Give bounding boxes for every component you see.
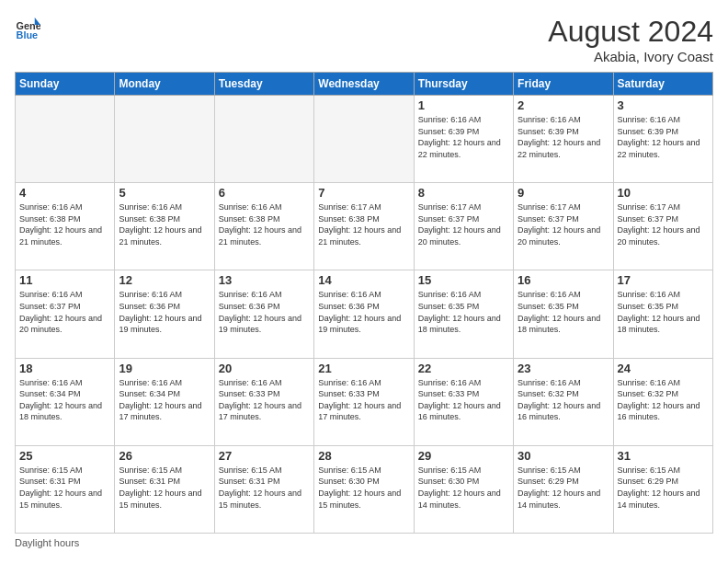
calendar-header-sunday: Sunday: [16, 73, 115, 96]
day-number: 5: [119, 186, 210, 200]
day-number: 13: [219, 273, 310, 287]
calendar-cell: 18Sunrise: 6:16 AMSunset: 6:34 PMDayligh…: [16, 358, 115, 445]
calendar-cell: 10Sunrise: 6:17 AMSunset: 6:37 PMDayligh…: [613, 183, 712, 270]
calendar-cell: 15Sunrise: 6:16 AMSunset: 6:35 PMDayligh…: [414, 270, 513, 358]
day-info: Sunrise: 6:15 AMSunset: 6:31 PMDaylight:…: [119, 465, 210, 511]
calendar-cell: 29Sunrise: 6:15 AMSunset: 6:30 PMDayligh…: [414, 445, 513, 533]
calendar-cell: 28Sunrise: 6:15 AMSunset: 6:30 PMDayligh…: [314, 445, 414, 533]
calendar-table: SundayMondayTuesdayWednesdayThursdayFrid…: [15, 72, 713, 534]
calendar-cell: 25Sunrise: 6:15 AMSunset: 6:31 PMDayligh…: [16, 445, 115, 533]
day-number: 30: [518, 449, 609, 463]
day-number: 20: [219, 362, 310, 375]
day-info: Sunrise: 6:16 AMSunset: 6:38 PMDaylight:…: [119, 201, 210, 247]
day-info: Sunrise: 6:15 AMSunset: 6:31 PMDaylight:…: [19, 465, 110, 511]
day-number: 7: [318, 186, 409, 200]
day-info: Sunrise: 6:16 AMSunset: 6:39 PMDaylight:…: [418, 114, 509, 160]
calendar-header-thursday: Thursday: [414, 73, 513, 96]
calendar-cell: 9Sunrise: 6:17 AMSunset: 6:37 PMDaylight…: [514, 183, 613, 270]
svg-text:Blue: Blue: [17, 29, 39, 40]
day-info: Sunrise: 6:15 AMSunset: 6:30 PMDaylight:…: [418, 465, 509, 511]
day-info: Sunrise: 6:16 AMSunset: 6:36 PMDaylight:…: [119, 289, 210, 335]
calendar-cell: 21Sunrise: 6:16 AMSunset: 6:33 PMDayligh…: [314, 358, 414, 445]
header: General Blue August 2024 Akabia, Ivory C…: [15, 15, 713, 64]
day-number: 6: [219, 186, 310, 200]
day-info: Sunrise: 6:17 AMSunset: 6:37 PMDaylight:…: [618, 201, 709, 247]
day-info: Sunrise: 6:16 AMSunset: 6:36 PMDaylight:…: [219, 289, 310, 335]
calendar-week-5: 25Sunrise: 6:15 AMSunset: 6:31 PMDayligh…: [16, 445, 713, 533]
day-info: Sunrise: 6:16 AMSunset: 6:34 PMDaylight:…: [119, 377, 210, 423]
calendar-cell: 22Sunrise: 6:16 AMSunset: 6:33 PMDayligh…: [414, 358, 513, 445]
day-number: 12: [119, 273, 210, 287]
day-info: Sunrise: 6:15 AMSunset: 6:31 PMDaylight:…: [219, 465, 310, 511]
day-number: 14: [318, 273, 409, 287]
calendar-cell: 31Sunrise: 6:15 AMSunset: 6:29 PMDayligh…: [613, 445, 712, 533]
calendar-cell: [314, 96, 414, 183]
calendar-week-1: 1Sunrise: 6:16 AMSunset: 6:39 PMDaylight…: [16, 96, 713, 183]
calendar-cell: 4Sunrise: 6:16 AMSunset: 6:38 PMDaylight…: [16, 183, 115, 270]
day-info: Sunrise: 6:16 AMSunset: 6:33 PMDaylight:…: [219, 377, 310, 423]
calendar-cell: 11Sunrise: 6:16 AMSunset: 6:37 PMDayligh…: [16, 270, 115, 358]
calendar-cell: 19Sunrise: 6:16 AMSunset: 6:34 PMDayligh…: [115, 358, 214, 445]
day-number: 25: [19, 449, 110, 463]
calendar-header-tuesday: Tuesday: [214, 73, 313, 96]
day-info: Sunrise: 6:16 AMSunset: 6:37 PMDaylight:…: [19, 289, 110, 335]
calendar-cell: [115, 96, 214, 183]
generalblue-logo-icon: General Blue: [15, 15, 40, 40]
calendar-cell: 20Sunrise: 6:16 AMSunset: 6:33 PMDayligh…: [214, 358, 313, 445]
day-number: 21: [318, 362, 409, 375]
day-number: 8: [418, 186, 509, 200]
calendar-cell: 8Sunrise: 6:17 AMSunset: 6:37 PMDaylight…: [414, 183, 513, 270]
day-info: Sunrise: 6:16 AMSunset: 6:32 PMDaylight:…: [518, 377, 609, 423]
day-number: 23: [518, 362, 609, 375]
calendar-header-saturday: Saturday: [613, 73, 712, 96]
calendar-header-friday: Friday: [514, 73, 613, 96]
day-number: 31: [618, 449, 709, 463]
location: Akabia, Ivory Coast: [548, 49, 713, 64]
calendar-cell: 2Sunrise: 6:16 AMSunset: 6:39 PMDaylight…: [514, 96, 613, 183]
calendar-cell: [214, 96, 313, 183]
day-number: 17: [618, 273, 709, 287]
day-info: Sunrise: 6:17 AMSunset: 6:37 PMDaylight:…: [518, 201, 609, 247]
day-info: Sunrise: 6:16 AMSunset: 6:38 PMDaylight:…: [219, 201, 310, 247]
day-info: Sunrise: 6:16 AMSunset: 6:35 PMDaylight:…: [418, 289, 509, 335]
calendar-cell: 13Sunrise: 6:16 AMSunset: 6:36 PMDayligh…: [214, 270, 313, 358]
calendar-header-wednesday: Wednesday: [314, 73, 414, 96]
calendar-cell: 30Sunrise: 6:15 AMSunset: 6:29 PMDayligh…: [514, 445, 613, 533]
day-number: 29: [418, 449, 509, 463]
day-number: 28: [318, 449, 409, 463]
calendar-cell: 16Sunrise: 6:16 AMSunset: 6:35 PMDayligh…: [514, 270, 613, 358]
day-info: Sunrise: 6:16 AMSunset: 6:35 PMDaylight:…: [618, 289, 709, 335]
footer-note: Daylight hours: [15, 537, 713, 548]
calendar-cell: [16, 96, 115, 183]
calendar-header-row: SundayMondayTuesdayWednesdayThursdayFrid…: [16, 73, 713, 96]
day-info: Sunrise: 6:16 AMSunset: 6:35 PMDaylight:…: [518, 289, 609, 335]
calendar-cell: 6Sunrise: 6:16 AMSunset: 6:38 PMDaylight…: [214, 183, 313, 270]
day-number: 22: [418, 362, 509, 375]
calendar-week-2: 4Sunrise: 6:16 AMSunset: 6:38 PMDaylight…: [16, 183, 713, 270]
day-info: Sunrise: 6:15 AMSunset: 6:30 PMDaylight:…: [318, 465, 409, 511]
day-number: 19: [119, 362, 210, 375]
calendar-cell: 27Sunrise: 6:15 AMSunset: 6:31 PMDayligh…: [214, 445, 313, 533]
day-number: 27: [219, 449, 310, 463]
day-number: 24: [618, 362, 709, 375]
day-info: Sunrise: 6:16 AMSunset: 6:33 PMDaylight:…: [318, 377, 409, 423]
day-info: Sunrise: 6:16 AMSunset: 6:38 PMDaylight:…: [19, 201, 110, 247]
day-info: Sunrise: 6:16 AMSunset: 6:33 PMDaylight:…: [418, 377, 509, 423]
calendar-cell: 3Sunrise: 6:16 AMSunset: 6:39 PMDaylight…: [613, 96, 712, 183]
day-number: 3: [618, 98, 709, 112]
day-info: Sunrise: 6:16 AMSunset: 6:39 PMDaylight:…: [618, 114, 709, 160]
day-number: 18: [19, 362, 110, 375]
day-info: Sunrise: 6:16 AMSunset: 6:36 PMDaylight:…: [318, 289, 409, 335]
day-info: Sunrise: 6:16 AMSunset: 6:34 PMDaylight:…: [19, 377, 110, 423]
day-number: 15: [418, 273, 509, 287]
day-number: 2: [518, 98, 609, 112]
day-info: Sunrise: 6:17 AMSunset: 6:37 PMDaylight:…: [418, 201, 509, 247]
calendar-week-4: 18Sunrise: 6:16 AMSunset: 6:34 PMDayligh…: [16, 358, 713, 445]
calendar-cell: 23Sunrise: 6:16 AMSunset: 6:32 PMDayligh…: [514, 358, 613, 445]
calendar-cell: 1Sunrise: 6:16 AMSunset: 6:39 PMDaylight…: [414, 96, 513, 183]
title-block: August 2024 Akabia, Ivory Coast: [548, 15, 713, 64]
logo: General Blue: [15, 15, 40, 40]
calendar-week-3: 11Sunrise: 6:16 AMSunset: 6:37 PMDayligh…: [16, 270, 713, 358]
day-number: 11: [19, 273, 110, 287]
month-year: August 2024: [548, 15, 713, 49]
